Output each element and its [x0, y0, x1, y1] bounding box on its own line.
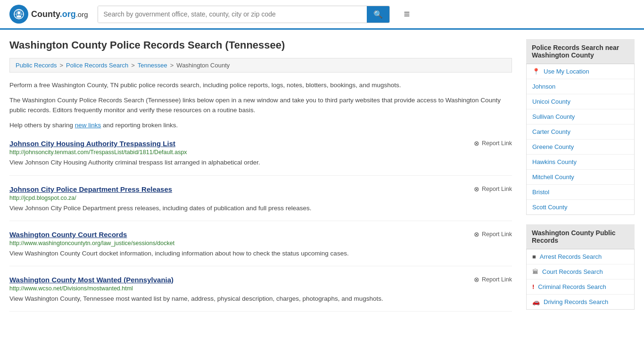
- content-wrapper: Washington County Police Records Search …: [0, 30, 644, 329]
- nearby-label-bristol: Bristol: [532, 189, 549, 196]
- page-title: Washington County Police Records Search …: [9, 39, 512, 51]
- result-desc-2: View Johnson City Police Department pres…: [9, 204, 512, 213]
- main-content: Washington County Police Records Search …: [9, 39, 512, 319]
- result-url-1[interactable]: http://johnsoncity.tenmast.com/TrespassL…: [9, 149, 512, 156]
- report-link-2[interactable]: ⊗ Report Link: [474, 185, 512, 193]
- result-title-1[interactable]: Johnson City Housing Authority Trespassi…: [9, 140, 175, 148]
- menu-icon[interactable]: ≡: [404, 8, 410, 20]
- pr-label-court: Court Records Search: [542, 268, 603, 275]
- result-title-4[interactable]: Washington County Most Wanted (Pennsylva…: [9, 276, 173, 284]
- nearby-link-greene[interactable]: Greene County: [527, 140, 634, 154]
- result-url-2[interactable]: http://jcpd.blogspot.co.za/: [9, 195, 512, 201]
- description-3: Help others by sharing new links and rep…: [9, 120, 512, 131]
- breadcrumb-tennessee[interactable]: Tennessee: [138, 62, 167, 69]
- logo-link[interactable]: County.org.org: [9, 5, 88, 24]
- nearby-link-use-my-location[interactable]: 📍 Use My Location: [527, 64, 634, 79]
- breadcrumb: Public Records > Police Records Search >…: [9, 58, 512, 73]
- driving-icon: 🚗: [532, 298, 540, 305]
- report-link-1[interactable]: ⊗ Report Link: [474, 140, 512, 147]
- result-url-4[interactable]: http://www.wcso.net/Divisions/mostwanted…: [9, 285, 512, 292]
- pr-link-court[interactable]: 🏛 Court Records Search: [527, 264, 634, 279]
- pr-link-arrest[interactable]: ■ Arrest Records Search: [527, 249, 634, 264]
- header: County.org.org 🔍 ≡: [0, 0, 644, 30]
- result-item-4: Washington County Most Wanted (Pennsylva…: [9, 276, 512, 312]
- breadcrumb-sep-3: >: [170, 62, 174, 69]
- result-header-3: Washington County Court Records ⊗ Report…: [9, 230, 512, 239]
- nearby-label-scott: Scott County: [532, 204, 567, 211]
- report-icon-4: ⊗: [474, 276, 479, 283]
- nearby-link-mitchell[interactable]: Mitchell County: [527, 170, 634, 184]
- nearby-item-scott[interactable]: Scott County: [527, 200, 634, 214]
- nearby-label-use-my-location: Use My Location: [544, 68, 589, 75]
- pr-label-criminal: Criminal Records Search: [538, 283, 606, 290]
- result-title-2[interactable]: Johnson City Police Department Press Rel…: [9, 185, 172, 193]
- nearby-item-bristol[interactable]: Bristol: [527, 185, 634, 200]
- location-pin-icon: 📍: [532, 68, 540, 75]
- pr-item-driving[interactable]: 🚗 Driving Records Search: [527, 295, 634, 309]
- report-label-3: Report Link: [482, 231, 512, 238]
- nearby-link-johnson[interactable]: Johnson: [527, 79, 634, 94]
- search-bar: 🔍: [98, 6, 390, 23]
- nearby-item-unicoi[interactable]: Unicoi County: [527, 94, 634, 109]
- breadcrumb-sep-1: >: [59, 62, 63, 69]
- description-1: Perform a free Washington County, TN pub…: [9, 80, 512, 90]
- nearby-item-mitchell[interactable]: Mitchell County: [527, 170, 634, 185]
- result-header-2: Johnson City Police Department Press Rel…: [9, 185, 512, 193]
- nearby-link-scott[interactable]: Scott County: [527, 200, 634, 214]
- nearby-item-johnson[interactable]: Johnson: [527, 79, 634, 94]
- breadcrumb-police-records[interactable]: Police Records Search: [66, 62, 128, 69]
- sidebar: Police Records Search near Washington Co…: [526, 39, 635, 319]
- search-icon: 🔍: [373, 10, 383, 18]
- pr-item-criminal[interactable]: ! Criminal Records Search: [527, 280, 634, 295]
- nearby-item-use-my-location[interactable]: 📍 Use My Location: [527, 64, 634, 79]
- report-label-4: Report Link: [482, 276, 512, 283]
- description-2: The Washington County Police Records Sea…: [9, 95, 512, 115]
- logo-icon: [9, 5, 28, 24]
- breadcrumb-public-records[interactable]: Public Records: [16, 62, 57, 69]
- pr-link-driving[interactable]: 🚗 Driving Records Search: [527, 295, 634, 309]
- nearby-heading: Police Records Search near Washington Co…: [526, 39, 635, 64]
- pr-link-criminal[interactable]: ! Criminal Records Search: [527, 280, 634, 294]
- result-desc-1: View Johnson City Housing Authority crim…: [9, 158, 512, 167]
- report-label-2: Report Link: [482, 186, 512, 192]
- report-link-4[interactable]: ⊗ Report Link: [474, 276, 512, 283]
- nearby-link-hawkins[interactable]: Hawkins County: [527, 155, 634, 169]
- pr-item-arrest[interactable]: ■ Arrest Records Search: [527, 249, 634, 264]
- result-title-3[interactable]: Washington County Court Records: [9, 230, 127, 239]
- criminal-icon: !: [532, 283, 534, 290]
- public-records-section: Washington County Public Records ■ Arres…: [526, 224, 635, 310]
- report-label-1: Report Link: [482, 140, 512, 147]
- nearby-item-carter[interactable]: Carter County: [527, 124, 634, 140]
- result-url-3[interactable]: http://www.washingtoncountytn.org/law_ju…: [9, 240, 512, 247]
- report-link-3[interactable]: ⊗ Report Link: [474, 230, 512, 238]
- report-icon-3: ⊗: [474, 230, 479, 238]
- nearby-label-greene: Greene County: [532, 143, 574, 150]
- logo-text: County.org.org: [31, 9, 88, 19]
- breadcrumb-current: Washington County: [176, 62, 230, 69]
- result-header-1: Johnson City Housing Authority Trespassi…: [9, 140, 512, 148]
- nearby-list: 📍 Use My Location Johnson Unicoi County: [526, 64, 635, 215]
- pr-label-driving: Driving Records Search: [544, 298, 608, 305]
- report-icon-1: ⊗: [474, 140, 479, 147]
- result-item-3: Washington County Court Records ⊗ Report…: [9, 230, 512, 266]
- nearby-label-mitchell: Mitchell County: [532, 173, 574, 181]
- result-item-1: Johnson City Housing Authority Trespassi…: [9, 140, 512, 175]
- nearby-link-sullivan[interactable]: Sullivan County: [527, 109, 634, 124]
- result-desc-3: View Washington County Court docket info…: [9, 249, 512, 258]
- search-button[interactable]: 🔍: [367, 6, 389, 23]
- pr-item-court[interactable]: 🏛 Court Records Search: [527, 264, 634, 280]
- result-desc-4: View Washington County, Tennessee most w…: [9, 294, 512, 304]
- nearby-link-carter[interactable]: Carter County: [527, 124, 634, 139]
- nearby-label-johnson: Johnson: [532, 83, 555, 90]
- nearby-item-hawkins[interactable]: Hawkins County: [527, 155, 634, 170]
- nearby-link-unicoi[interactable]: Unicoi County: [527, 94, 634, 109]
- nearby-item-sullivan[interactable]: Sullivan County: [527, 109, 634, 124]
- nearby-link-bristol[interactable]: Bristol: [527, 185, 634, 199]
- result-header-4: Washington County Most Wanted (Pennsylva…: [9, 276, 512, 284]
- new-links-link[interactable]: new links: [75, 122, 101, 129]
- search-input[interactable]: [98, 6, 367, 23]
- nearby-item-greene[interactable]: Greene County: [527, 140, 634, 155]
- arrest-icon: ■: [532, 253, 536, 260]
- nearby-label-hawkins: Hawkins County: [532, 158, 577, 165]
- public-records-list: ■ Arrest Records Search 🏛 Court Records …: [526, 249, 635, 310]
